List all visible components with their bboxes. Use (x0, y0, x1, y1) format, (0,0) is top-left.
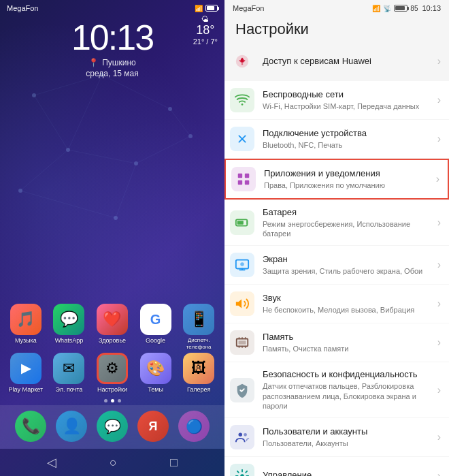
settings-item-memory[interactable]: Память Память, Очистка памяти › (224, 323, 449, 362)
messages-icon[interactable]: 💬 (97, 411, 128, 442)
sound-icon-wrap (230, 291, 254, 316)
status-bar-left: MegaFon 📶 (0, 0, 224, 14)
bluetooth-icon (235, 131, 250, 146)
chevron-wireless: › (437, 94, 441, 106)
users-text: Пользователи и аккаунты Пользователи, Ак… (263, 426, 435, 448)
dock-camera[interactable]: 🔵 (178, 411, 210, 442)
google-icon[interactable]: G (140, 304, 171, 335)
chevron-security: › (437, 384, 441, 396)
mail-icon[interactable]: ✉ (53, 353, 84, 384)
wireless-text: Беспроводные сети Wi-Fi, Настройки SIM-к… (263, 89, 435, 111)
settings-item-battery[interactable]: Батарея Режим энергосбережения, Использо… (224, 200, 449, 245)
battery-left (205, 5, 218, 12)
dock-phone[interactable]: 📞 (15, 411, 46, 442)
dock-yandex[interactable]: Я (137, 411, 169, 442)
home-button[interactable]: ○ (99, 454, 127, 472)
status-icons-left: 📶 (195, 5, 218, 12)
battery-icon-wrap (230, 210, 254, 235)
manage-icon (235, 469, 250, 476)
bottom-dock: 📞 👤 💬 Я 🔵 (0, 405, 224, 449)
signal-icon: 📶 (195, 5, 203, 12)
gallery-icon[interactable]: 🖼 (183, 353, 214, 384)
app-google-label: Google (146, 337, 165, 345)
chevron-sound: › (437, 298, 441, 310)
settings-item-connection[interactable]: Подключение устройства Bluetooth, NFC, П… (224, 120, 449, 158)
screen-title: Экран (263, 254, 435, 266)
sound-icon (235, 296, 250, 311)
settings-item-security[interactable]: Безопасность и конфиденциальность Датчик… (224, 362, 449, 417)
app-playmarket[interactable]: ▶ Play Маркет (7, 353, 45, 394)
weather-widget: 🌤 18° 21° / 7° (193, 15, 218, 46)
settings-item-screen[interactable]: Экран Защита зрения, Стиль рабочего экра… (224, 246, 449, 284)
camera-icon[interactable]: 🔵 (178, 411, 210, 442)
chevron-apps: › (436, 173, 439, 185)
chevron-memory: › (437, 336, 441, 349)
svg-point-19 (242, 104, 244, 106)
signal-icon-right: 📶 (372, 5, 380, 12)
weather-icon: 🌤 (201, 15, 209, 23)
memory-icon-wrap (230, 330, 254, 355)
sound-subtitle: Не беспокоить, Мелодия вызова, Вибрация (263, 305, 435, 315)
playmarket-icon[interactable]: ▶ (10, 353, 41, 384)
users-subtitle: Пользователи, Аккаунты (263, 439, 435, 448)
screen-icon (235, 257, 250, 272)
apps-text: Приложения и уведомления Права, Приложен… (264, 168, 433, 190)
apps-subtitle: Права, Приложения по умолчанию (264, 180, 433, 190)
music-icon[interactable]: 🎵 (10, 304, 41, 335)
settings-title: Настройки (224, 15, 449, 42)
app-google[interactable]: G Google (137, 304, 175, 350)
dispatcher-icon[interactable]: 📱 (183, 304, 214, 335)
whatsapp-icon[interactable]: 💬 (53, 304, 84, 335)
dock-messages[interactable]: 💬 (97, 411, 128, 442)
dot-1 (104, 399, 107, 402)
yandex-icon[interactable]: Я (137, 411, 169, 442)
screen-text: Экран Защита зрения, Стиль рабочего экра… (263, 254, 435, 276)
app-gallery[interactable]: 🖼 Галерея (180, 353, 218, 394)
security-text: Безопасность и конфиденциальность Датчик… (263, 369, 435, 411)
svg-line-9 (102, 75, 170, 109)
chevron-screen: › (437, 259, 441, 271)
chevron-connection: › (437, 133, 441, 145)
app-themes-label: Темы (148, 386, 163, 394)
location-icon: 📍 (88, 58, 99, 67)
app-whatsapp[interactable]: 💬 WhatsApp (50, 304, 88, 350)
back-button[interactable]: ◁ (37, 453, 67, 472)
app-music[interactable]: 🎵 Музыка (7, 304, 45, 350)
svg-line-11 (68, 75, 102, 150)
settings-item-apps[interactable]: Приложения и уведомления Права, Приложен… (224, 159, 449, 200)
connection-title: Подключение устройства (263, 128, 435, 140)
chevron-users: › (437, 431, 441, 443)
settings-app-icon[interactable]: ⚙ (97, 353, 128, 384)
recents-button[interactable]: □ (160, 454, 188, 472)
svg-rect-20 (238, 174, 242, 178)
dock-contacts[interactable]: 👤 (56, 411, 87, 442)
themes-icon[interactable]: 🎨 (140, 353, 171, 384)
app-health[interactable]: ❤️ Здоровье (93, 304, 131, 350)
app-settings[interactable]: ⚙ Настройки (93, 353, 131, 394)
home-screen: MegaFon 📶 10:13 📍 Пушкино 🌤 18° 21° / 7°… (0, 0, 224, 476)
phone-icon[interactable]: 📞 (15, 411, 46, 442)
app-mail-label: Эл. почта (55, 386, 82, 394)
settings-item-huawei-access[interactable]: Доступ к сервисам Huawei › (224, 42, 449, 80)
wifi-icon-right: 📡 (383, 5, 391, 12)
time-display: 10:13 (0, 17, 224, 58)
settings-item-manage[interactable]: Управление › (224, 457, 449, 476)
app-themes[interactable]: 🎨 Темы (137, 353, 175, 394)
memory-icon (235, 335, 250, 350)
users-title: Пользователи и аккаунты (263, 426, 435, 438)
apps-title: Приложения и уведомления (264, 168, 433, 180)
huawei-icon-wrap (230, 49, 254, 74)
app-mail[interactable]: ✉ Эл. почта (50, 353, 88, 394)
contacts-icon[interactable]: 👤 (56, 411, 87, 442)
screen-subtitle: Защита зрения, Стиль рабочего экрана, Об… (263, 266, 435, 276)
settings-item-sound[interactable]: Звук Не беспокоить, Мелодия вызова, Вибр… (224, 285, 449, 323)
dot-3 (118, 399, 121, 402)
app-whatsapp-label: WhatsApp (55, 337, 84, 345)
settings-item-wireless[interactable]: Беспроводные сети Wi-Fi, Настройки SIM-к… (224, 81, 449, 119)
svg-rect-22 (238, 180, 242, 185)
app-dispatcher[interactable]: 📱 Диспетч. телефона (180, 304, 218, 350)
settings-item-users[interactable]: Пользователи и аккаунты Пользователи, Ак… (224, 418, 449, 456)
health-icon[interactable]: ❤️ (97, 304, 128, 335)
battery-icon (235, 215, 250, 230)
svg-line-15 (20, 150, 68, 191)
